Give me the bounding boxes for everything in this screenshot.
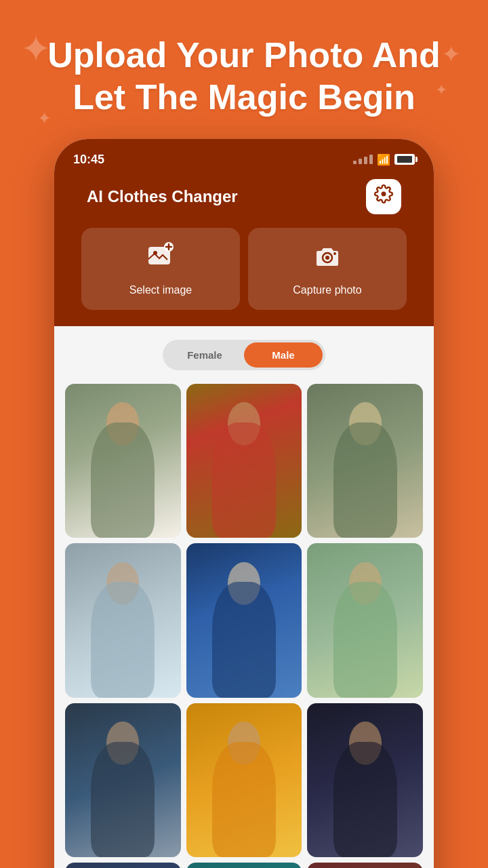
capture-photo-icon [312,241,342,277]
model-image-11 [186,863,302,868]
signal-dot-1 [353,161,357,164]
model-item-4[interactable] [65,543,181,698]
settings-icon [374,184,393,208]
page-header: Upload Your Photo And Let The Magic Begi… [0,0,488,139]
action-row: Select image Capture photo [70,228,418,326]
status-bar: 10:45 📶 [70,147,418,172]
model-image-1 [65,384,181,538]
model-item-3[interactable] [307,384,423,538]
battery-tip [415,157,418,162]
model-image-12 [307,863,423,868]
model-image-grid [65,384,423,868]
capture-photo-button[interactable]: Capture photo [248,228,407,310]
signal-dot-3 [364,157,367,164]
model-item-1[interactable] [65,384,181,538]
model-image-6 [307,543,423,698]
svg-point-7 [333,252,336,255]
select-image-label: Select image [129,284,192,296]
signal-icon [353,155,373,164]
app-header: AI Clothes Changer [70,172,418,228]
model-item-7[interactable] [65,703,181,858]
model-image-5 [186,543,302,698]
phone-mockup: 10:45 📶 AI Clothes Changer [54,139,434,868]
model-item-5[interactable] [186,543,302,698]
signal-dot-2 [359,159,362,164]
wifi-icon: 📶 [377,153,390,166]
status-time: 10:45 [73,153,104,167]
status-icons: 📶 [353,153,415,166]
model-item-8[interactable] [186,703,302,858]
page-title: Upload Your Photo And Let The Magic Begi… [41,34,447,119]
model-image-4 [65,543,181,698]
model-image-7 [65,703,181,858]
gender-toggle: Female Male [163,340,325,370]
capture-photo-label: Capture photo [293,284,361,296]
battery-fill [397,156,412,163]
select-image-icon [146,241,176,277]
gender-female-button[interactable]: Female [165,342,244,368]
settings-button[interactable] [366,179,401,214]
model-item-9[interactable] [307,703,423,858]
model-image-9 [307,703,423,858]
model-image-10 [65,863,181,868]
signal-dot-4 [369,155,373,164]
svg-point-6 [325,256,329,260]
phone-top-bar: 10:45 📶 AI Clothes Changer [54,139,434,326]
model-image-2 [186,384,302,538]
app-title: AI Clothes Changer [87,187,238,206]
model-item-10[interactable] [65,863,181,868]
model-item-12[interactable] [307,863,423,868]
model-image-3 [307,384,423,538]
model-item-11[interactable] [186,863,302,868]
select-image-button[interactable]: Select image [81,228,240,310]
phone-content: Female Male [54,326,434,868]
model-image-8 [186,703,302,858]
model-item-6[interactable] [307,543,423,698]
model-item-2[interactable] [186,384,302,538]
battery-icon [394,154,415,165]
gender-male-button[interactable]: Male [244,342,323,368]
